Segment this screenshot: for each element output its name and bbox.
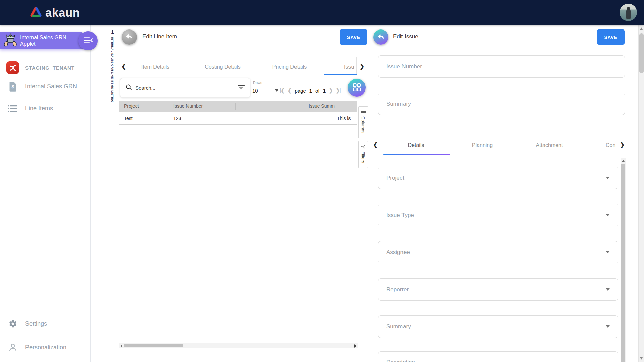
strip-right-border <box>118 25 118 362</box>
column-divider[interactable] <box>235 103 236 110</box>
column-header-issue-summary[interactable]: Issue Summ <box>309 103 335 109</box>
first-page-button[interactable]: |❮ <box>280 88 284 93</box>
project-dropdown[interactable]: Project <box>378 167 618 189</box>
total-pages-number: 1 <box>323 88 326 94</box>
rows-per-page-select[interactable]: 10 <box>252 86 278 95</box>
search-input[interactable] <box>135 85 235 91</box>
scroll-down-arrow-icon[interactable] <box>640 357 643 360</box>
user-avatar[interactable] <box>620 4 637 21</box>
tab-pricing-details[interactable]: Pricing Details <box>272 64 307 70</box>
scroll-left-arrow-icon[interactable] <box>120 344 122 348</box>
sidebar-item-staging-tenant[interactable]: STAGING_TENANT <box>6 61 75 74</box>
filter-lines-icon[interactable] <box>238 85 245 91</box>
table-header: Project Issue Number Issue Summ <box>119 101 357 112</box>
right-panel-border <box>369 25 369 362</box>
caret-down-icon <box>606 325 610 328</box>
line-item-tabs-scroll-left-icon[interactable]: ❮ <box>121 63 126 70</box>
issue-tabs-scroll-left-icon[interactable]: ❮ <box>373 141 378 148</box>
column-header-issue-number[interactable]: Issue Number <box>173 103 203 109</box>
pagination: |❮ ❮ page 1 of 1 ❯ ❯| <box>280 85 340 96</box>
previous-page-button[interactable]: ❮ <box>288 88 291 93</box>
table-row[interactable]: Test 123 This is <box>119 112 357 125</box>
scroll-up-arrow-icon[interactable] <box>640 27 643 30</box>
back-arrow-icon <box>377 34 384 41</box>
form-scrollbar-thumb[interactable] <box>621 164 625 362</box>
assignee-dropdown[interactable]: Assignee <box>378 241 618 263</box>
line-item-back-button[interactable] <box>122 29 137 45</box>
active-tab-underline <box>383 154 450 155</box>
issue-number-input[interactable] <box>378 56 625 77</box>
tab-separator <box>133 57 133 75</box>
filters-side-tab[interactable]: Filters <box>358 141 368 168</box>
listing-tab-vertical-label[interactable]: INTERNAL SALES GRN LINE ITEMS LISTING <box>111 37 114 103</box>
tab-costing-details[interactable]: Costing Details <box>205 64 241 70</box>
column-divider[interactable] <box>167 103 167 110</box>
tab-planning[interactable]: Planning <box>472 142 493 148</box>
filters-side-tab-label: Filters <box>361 151 366 163</box>
summary-field[interactable] <box>378 93 625 115</box>
tab-attachment[interactable]: Attachment <box>536 142 563 148</box>
brand-logo[interactable]: akaun <box>30 0 80 25</box>
tabs-divider <box>369 156 629 156</box>
issue-back-button[interactable] <box>373 29 388 45</box>
issue-type-dropdown-label: Issue Type <box>386 212 414 219</box>
sidebar-item-personalization[interactable]: Personalization <box>6 343 66 352</box>
sidebar: Internal Sales GRN Applet STAGING_TENAN <box>0 25 91 362</box>
horizontal-scrollbar[interactable] <box>119 343 358 348</box>
issue-tabs-scroll-right-icon[interactable]: ❯ <box>620 141 625 148</box>
caret-down-icon <box>606 288 610 291</box>
caret-down-icon <box>275 89 278 92</box>
applet-title: Internal Sales GRN Applet <box>20 34 74 47</box>
app-root: akaun Internal Sale <box>0 0 644 362</box>
back-arrow-icon <box>126 34 133 41</box>
last-page-button[interactable]: ❯| <box>336 88 341 93</box>
issue-number-field[interactable] <box>378 55 625 78</box>
page-vertical-scrollbar[interactable] <box>638 25 644 362</box>
summary-input[interactable] <box>378 93 625 115</box>
akaun-triangle-icon <box>30 6 42 19</box>
line-item-tabs-scroll-right-icon[interactable]: ❯ <box>360 63 364 70</box>
funnel-icon <box>361 144 366 149</box>
strip-left-border <box>107 25 107 362</box>
listing-tab-index[interactable]: 1 <box>107 29 118 35</box>
menu-collapse-icon <box>84 37 93 45</box>
sidebar-item-line-items[interactable]: Line Items <box>6 105 53 112</box>
gear-icon <box>6 319 19 328</box>
sidebar-collapse-button[interactable] <box>78 31 98 50</box>
description-field-partial[interactable]: Description <box>378 351 618 362</box>
cell-issue-summary: This is <box>337 116 351 121</box>
sidebar-item-internal-sales-grn[interactable]: $ Internal Sales GRN <box>6 81 77 92</box>
grid-view-button[interactable] <box>348 79 366 97</box>
rows-per-page-value: 10 <box>252 88 258 94</box>
summary-dropdown[interactable]: Summary <box>378 315 618 338</box>
caret-down-icon <box>606 251 610 253</box>
of-word: of <box>315 88 320 94</box>
grid-icon <box>353 83 361 93</box>
issue-save-button[interactable]: SAVE <box>597 29 625 45</box>
gift-hands-icon <box>3 33 18 49</box>
cell-issue-number: 123 <box>173 116 181 121</box>
tab-conversation-clipped[interactable]: Con <box>606 142 615 148</box>
columns-side-tab[interactable]: Columns <box>358 106 368 138</box>
form-vertical-scrollbar[interactable] <box>621 158 626 362</box>
tab-separator <box>356 57 357 75</box>
tab-issues-active[interactable]: Issu <box>344 64 354 70</box>
avatar-figure <box>626 9 631 19</box>
page-scrollbar-thumb[interactable] <box>639 33 644 73</box>
description-field-label: Description <box>386 359 415 362</box>
issue-type-dropdown[interactable]: Issue Type <box>378 204 618 226</box>
avatar-figure-head <box>627 7 630 10</box>
line-item-save-button[interactable]: SAVE <box>340 29 367 45</box>
tab-details-active[interactable]: Details <box>408 142 424 148</box>
svg-text:$: $ <box>11 84 14 89</box>
tab-item-details[interactable]: Item Details <box>141 64 169 70</box>
column-header-project[interactable]: Project <box>124 103 139 109</box>
reporter-dropdown[interactable]: Reporter <box>378 278 618 301</box>
horizontal-scrollbar-thumb[interactable] <box>124 344 183 347</box>
sidebar-item-settings[interactable]: Settings <box>6 319 47 328</box>
applet-header[interactable]: Internal Sales GRN Applet <box>0 32 88 49</box>
next-page-button[interactable]: ❯ <box>329 88 333 93</box>
scroll-up-arrow-icon[interactable] <box>622 160 625 162</box>
scroll-right-arrow-icon[interactable] <box>354 344 356 348</box>
columns-side-tab-label: Columns <box>361 116 366 133</box>
